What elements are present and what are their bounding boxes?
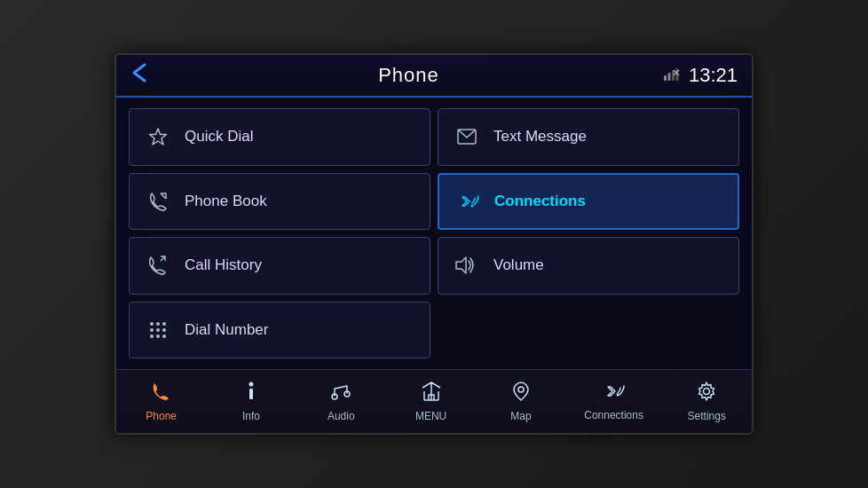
- svg-point-19: [156, 335, 160, 338]
- svg-point-10: [471, 204, 474, 207]
- nav-menu[interactable]: MENU: [396, 376, 467, 428]
- dial-number-label: Dial Number: [185, 321, 268, 339]
- nav-settings[interactable]: Settings: [671, 376, 742, 428]
- svg-point-25: [518, 387, 524, 392]
- bottom-nav: Phone Info: [116, 369, 752, 433]
- connections-button[interactable]: Connections: [438, 173, 739, 231]
- header: Phone 13:21: [116, 55, 752, 98]
- svg-point-18: [150, 335, 154, 338]
- phone-book-label: Phone Book: [185, 193, 267, 210]
- svg-point-20: [162, 335, 166, 338]
- call-history-button[interactable]: Call History: [129, 237, 430, 295]
- svg-marker-11: [456, 257, 466, 273]
- volume-button[interactable]: Volume: [438, 237, 739, 295]
- svg-rect-0: [664, 75, 667, 81]
- volume-icon: [454, 256, 479, 274]
- svg-point-14: [162, 322, 166, 326]
- nav-menu-label: MENU: [415, 410, 446, 422]
- signal-icon: [664, 68, 682, 83]
- quick-dial-button[interactable]: Quick Dial: [129, 108, 430, 166]
- screen: Phone 13:21: [114, 53, 754, 435]
- svg-point-21: [249, 382, 253, 386]
- bluetooth-wifi-icon: [455, 193, 480, 210]
- svg-point-13: [156, 322, 160, 326]
- connections-label: Connections: [494, 193, 586, 210]
- nav-audio-icon: [331, 382, 351, 406]
- svg-point-27: [704, 388, 710, 394]
- svg-point-12: [150, 322, 154, 326]
- nav-settings-label: Settings: [688, 410, 726, 422]
- call-history-label: Call History: [185, 256, 262, 274]
- dial-number-button[interactable]: Dial Number: [129, 302, 430, 359]
- nav-audio-label: Audio: [327, 410, 355, 422]
- page-title: Phone: [378, 64, 439, 87]
- nav-connections-label: Connections: [584, 409, 643, 421]
- nav-connections[interactable]: Connections: [575, 377, 652, 427]
- nav-phone[interactable]: Phone: [126, 376, 197, 428]
- back-button[interactable]: [130, 63, 154, 88]
- svg-rect-1: [667, 73, 670, 81]
- main-menu: Quick Dial Text Message: [116, 98, 752, 369]
- nav-map-icon: [512, 382, 530, 406]
- text-message-label: Text Message: [493, 128, 587, 146]
- phone-book-button[interactable]: Phone Book: [129, 173, 430, 231]
- phonebook-icon: [146, 192, 170, 211]
- nav-menu-icon: [422, 382, 441, 406]
- dialpad-icon: [146, 320, 170, 340]
- svg-rect-22: [249, 389, 253, 399]
- text-message-button[interactable]: Text Message: [438, 108, 739, 166]
- svg-point-17: [162, 328, 166, 332]
- svg-point-15: [150, 328, 154, 332]
- svg-marker-6: [150, 129, 167, 145]
- volume-label: Volume: [493, 256, 544, 274]
- quick-dial-label: Quick Dial: [185, 128, 253, 146]
- clock-display: 13:21: [689, 64, 738, 87]
- svg-point-26: [616, 393, 619, 396]
- nav-settings-icon: [697, 382, 716, 406]
- nav-phone-icon: [152, 382, 171, 406]
- nav-map[interactable]: Map: [485, 376, 556, 428]
- call-history-icon: [146, 256, 170, 275]
- svg-point-16: [156, 328, 160, 332]
- nav-connections-icon: [603, 382, 626, 405]
- nav-info[interactable]: Info: [216, 376, 287, 428]
- nav-map-label: Map: [510, 410, 531, 422]
- nav-info-icon: [248, 382, 255, 406]
- star-icon: [146, 127, 170, 146]
- nav-phone-label: Phone: [146, 410, 177, 422]
- nav-audio[interactable]: Audio: [305, 376, 376, 428]
- envelope-icon: [454, 129, 479, 145]
- nav-info-label: Info: [242, 410, 260, 422]
- svg-line-8: [161, 193, 166, 199]
- car-frame: Phone 13:21: [0, 0, 868, 488]
